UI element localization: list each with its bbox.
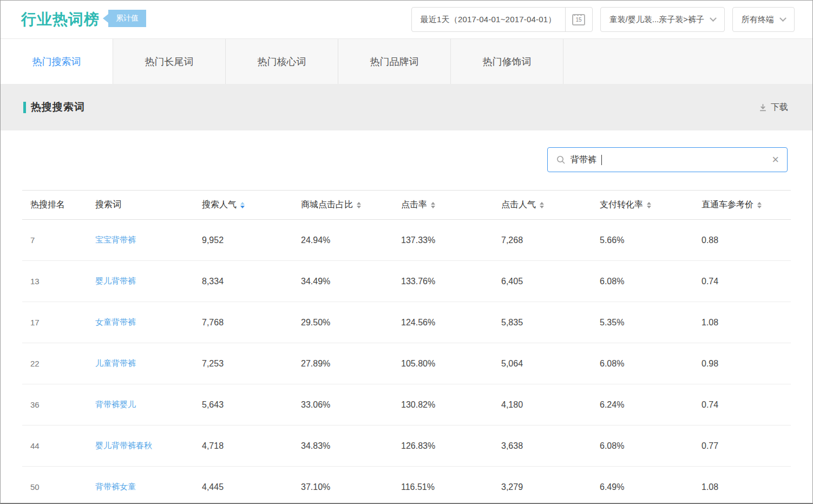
table-row: 36背带裤婴儿5,64333.06%130.82%4,1806.24%0.74 (22, 384, 791, 426)
keyword-link[interactable]: 婴儿背带裤 (95, 276, 202, 286)
terminal-dropdown[interactable]: 所有终端 (732, 7, 795, 32)
tab-hot-brand-words[interactable]: 热门品牌词 (338, 39, 451, 84)
table-cell: 44 (30, 441, 95, 450)
page: 行业热词榜 累计值 最近1天（2017-04-01~2017-04-01） 15… (0, 0, 813, 504)
column-header-payment-conversion[interactable]: 支付转化率 (600, 199, 701, 211)
date-range-picker[interactable]: 最近1天（2017-04-01~2017-04-01） 15 (411, 7, 593, 32)
column-header-click-popularity[interactable]: 点击人气 (501, 199, 600, 211)
table-cell: 5.35% (600, 318, 701, 328)
table-cell: 124.56% (401, 318, 501, 328)
sort-icon[interactable] (757, 202, 762, 208)
table-cell: 4,445 (202, 482, 301, 492)
column-label: 搜索人气 (202, 199, 237, 211)
table-cell: 6,405 (501, 277, 600, 286)
column-label: 点击率 (401, 199, 427, 211)
sort-icon[interactable] (357, 202, 361, 208)
table-row: 17女童背带裤7,76829.50%124.56%5,8355.35%1.08 (22, 302, 791, 343)
table-cell: 33.06% (301, 400, 401, 410)
table-cell: 37.10% (301, 482, 401, 492)
column-header-ztc-reference-price[interactable]: 直通车参考价 (701, 199, 791, 211)
table-cell: 133.76% (401, 277, 501, 286)
tab-hot-modifier-words[interactable]: 热门修饰词 (451, 39, 563, 84)
keyword-link[interactable]: 背带裤女童 (95, 482, 202, 492)
table-cell: 27.89% (301, 359, 401, 369)
column-label: 点击人气 (501, 199, 536, 211)
table-cell: 105.80% (401, 359, 501, 369)
table-cell: 5,064 (501, 359, 600, 369)
calendar-icon[interactable]: 15 (565, 8, 592, 31)
table-cell: 5,643 (202, 400, 301, 410)
tab-hot-longtail-words[interactable]: 热门长尾词 (113, 39, 226, 84)
text-cursor (601, 155, 602, 165)
column-header-click-rate[interactable]: 点击率 (401, 199, 501, 211)
table-cell: 7,253 (202, 359, 301, 369)
column-label: 商城点击占比 (301, 199, 353, 211)
table-cell: 1.08 (701, 482, 791, 492)
column-label: 直通车参考价 (701, 199, 753, 211)
filter-controls: 最近1天（2017-04-01~2017-04-01） 15 童装/婴儿装...… (411, 7, 795, 32)
table-header: 热搜排名 搜索词 搜索人气 商城点击占比 点击率 点击 (22, 190, 791, 220)
table-row: 13婴儿背带裤8,33434.49%133.76%6,4056.08%0.74 (22, 261, 791, 302)
table-cell: 13 (30, 277, 95, 286)
column-label: 支付转化率 (600, 199, 643, 211)
keyword-link[interactable]: 儿童背带裤 (95, 358, 202, 369)
category-dropdown[interactable]: 童装/婴儿装...亲子装>裤子 (600, 7, 725, 32)
table-cell: 17 (30, 318, 95, 327)
column-header-rank: 热搜排名 (30, 199, 95, 211)
search-row: 背带裤 × (1, 130, 812, 172)
table-cell: 22 (30, 359, 95, 368)
table-cell: 0.74 (701, 400, 791, 410)
tab-bar-filler (563, 39, 812, 84)
table-cell: 6.08% (600, 277, 701, 286)
section-title: 热搜搜索词 (31, 100, 85, 114)
column-header-mall-click-ratio[interactable]: 商城点击占比 (301, 199, 401, 211)
table-cell: 0.74 (701, 277, 791, 286)
keyword-link[interactable]: 背带裤婴儿 (95, 400, 202, 410)
sort-icon[interactable] (431, 202, 435, 208)
tab-hot-search-words[interactable]: 热门搜索词 (1, 39, 113, 84)
table-cell: 5,835 (501, 318, 600, 328)
table-cell: 36 (30, 400, 95, 409)
search-input[interactable]: 背带裤 × (547, 147, 788, 172)
column-header-search-popularity[interactable]: 搜索人气 (202, 199, 301, 211)
clear-search-icon[interactable]: × (772, 154, 779, 166)
tab-hot-core-words[interactable]: 热门核心词 (226, 39, 338, 84)
tab-bar: 热门搜索词 热门长尾词 热门核心词 热门品牌词 热门修饰词 (1, 38, 812, 84)
table-cell: 0.88 (701, 235, 791, 245)
table-cell: 126.83% (401, 441, 501, 451)
sort-icon[interactable] (647, 202, 651, 208)
table-cell: 137.33% (401, 235, 501, 245)
table-cell: 5.66% (600, 235, 701, 245)
column-label: 搜索词 (95, 199, 121, 211)
table-cell: 34.83% (301, 441, 401, 451)
table-cell: 6.08% (600, 359, 701, 369)
table-cell: 4,718 (202, 441, 301, 451)
title-area: 行业热词榜 累计值 (21, 9, 146, 30)
table-row: 44婴儿背带裤春秋4,71834.83%126.83%3,6386.08%0.7… (22, 426, 791, 467)
cumulative-value-badge: 累计值 (103, 10, 146, 27)
sort-icon[interactable] (540, 202, 544, 208)
table-row: 50背带裤女童4,44537.10%116.51%3,2796.49%1.08 (22, 467, 791, 504)
table-row: 7宝宝背带裤9,95224.94%137.33%7,2685.66%0.88 (22, 220, 791, 261)
chevron-down-icon (710, 15, 717, 22)
table-cell: 34.49% (301, 277, 401, 286)
keyword-link[interactable]: 婴儿背带裤春秋 (95, 441, 202, 451)
download-icon (758, 103, 768, 112)
table-cell: 1.08 (701, 318, 791, 328)
table-cell: 0.77 (701, 441, 791, 451)
download-button[interactable]: 下载 (758, 102, 788, 113)
category-label: 童装/婴儿装...亲子装>裤子 (609, 15, 704, 25)
table-cell: 7,268 (501, 235, 600, 245)
calendar-day-number: 15 (576, 17, 582, 23)
table-cell: 8,334 (202, 277, 301, 286)
table-cell: 9,952 (202, 235, 301, 245)
table-body: 7宝宝背带裤9,95224.94%137.33%7,2685.66%0.8813… (22, 220, 791, 504)
search-icon (556, 155, 566, 165)
keyword-link[interactable]: 宝宝背带裤 (95, 235, 202, 245)
sort-icon[interactable] (240, 202, 245, 208)
keyword-link[interactable]: 女童背带裤 (95, 317, 202, 328)
table-cell: 24.94% (301, 235, 401, 245)
table-cell: 116.51% (401, 482, 501, 492)
badge-arrow-icon (103, 14, 108, 23)
keywords-table: 热搜排名 搜索词 搜索人气 商城点击占比 点击率 点击 (22, 190, 791, 504)
